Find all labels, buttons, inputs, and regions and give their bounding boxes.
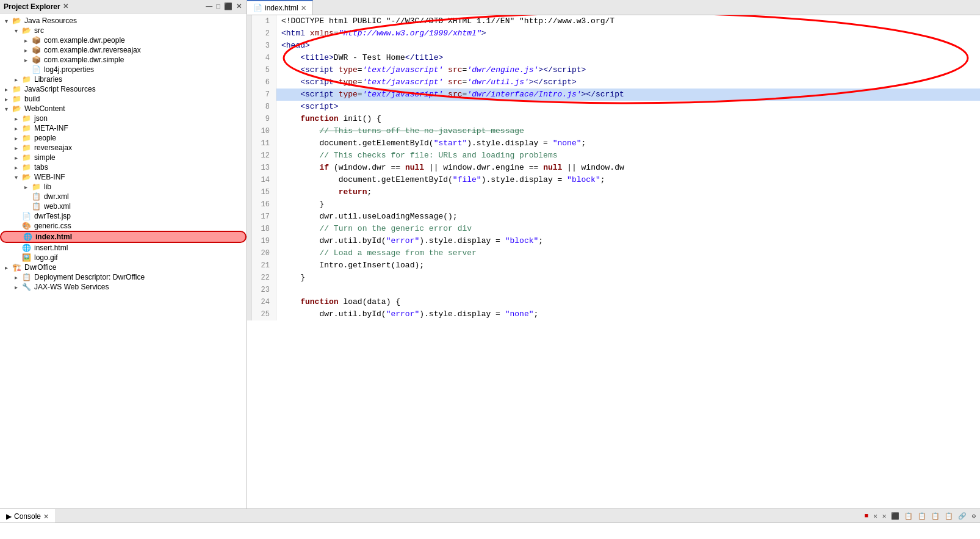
- console-clear-btn[interactable]: ✕: [871, 512, 879, 521]
- tree-file-icon-people: 📁: [22, 134, 33, 142]
- tree-arrow-tabs: ▸: [15, 164, 22, 171]
- tree-item-com-example-dwr-reverseajax[interactable]: ▸📦com.example.dwr.reverseajax: [0, 45, 247, 55]
- tree-item-simple[interactable]: ▸📁simple: [0, 153, 247, 162]
- line-content-3: <head>: [276, 40, 310, 52]
- line-number-12: 12: [252, 150, 276, 162]
- tree-file-icon-jax-ws: 🔧: [22, 283, 33, 291]
- tree-item-web-inf[interactable]: ▾📂WEB-INF: [0, 172, 247, 182]
- tree-item-tabs[interactable]: ▸📁tabs: [0, 162, 247, 172]
- tree-item-meta-inf[interactable]: ▸📁META-INF: [0, 123, 247, 133]
- tree-item-reverseajax[interactable]: ▸📁reverseajax: [0, 143, 247, 153]
- console-tab-marker: ✕: [43, 513, 49, 521]
- code-line-22: 22 }: [247, 272, 980, 284]
- tree-arrow-src: ▾: [15, 27, 22, 34]
- tree-label-lib: lib: [44, 183, 51, 191]
- line-content-19: dwr.util.byId("error").style.display = "…: [276, 235, 543, 247]
- tree-item-insert-html[interactable]: 🌐insert.html: [0, 243, 247, 253]
- restore-icon[interactable]: ⬛: [223, 2, 234, 11]
- tree-item-dwroffice[interactable]: ▸🏗️DwrOffice: [0, 262, 247, 272]
- line-number-16: 16: [252, 198, 276, 211]
- tree-arrow-dwroffice: ▸: [5, 264, 12, 271]
- console-stop-btn[interactable]: ■: [863, 512, 871, 520]
- console-btn4[interactable]: ⬛: [889, 512, 901, 521]
- tab-close-icon[interactable]: ✕: [301, 4, 306, 12]
- tree-item-com-example-dwr-people[interactable]: ▸📦com.example.dwr.people: [0, 35, 247, 45]
- line-number-10: 10: [252, 125, 276, 137]
- close-icon[interactable]: ✕: [235, 2, 243, 11]
- line-number-3: 3: [252, 40, 276, 52]
- line-content-5: <script type='text/javascript' src='dwr/…: [276, 64, 586, 76]
- line-left-margin: [247, 40, 252, 52]
- tree-item-jax-ws[interactable]: ▸🔧JAX-WS Web Services: [0, 282, 247, 292]
- tree-item-com-example-dwr-simple[interactable]: ▸📦com.example.dwr.simple: [0, 55, 247, 65]
- tree-item-dwr-xml[interactable]: 📋dwr.xml: [0, 192, 247, 201]
- console-btn5[interactable]: 📋: [903, 512, 915, 521]
- line-content-25: dwr.util.byId("error").style.display = "…: [276, 308, 538, 320]
- minimize-icon[interactable]: —: [204, 2, 214, 11]
- tree-item-javascript-resources[interactable]: ▸📁JavaScript Resources: [0, 84, 247, 94]
- line-content-16: }: [276, 198, 324, 211]
- tree-label-libraries: Libraries: [34, 75, 62, 84]
- console-content: [0, 523, 980, 539]
- tree-item-deployment-descriptor[interactable]: ▸📋Deployment Descriptor: DwrOffice: [0, 272, 247, 282]
- line-left-margin: [247, 162, 252, 174]
- line-left-margin: [247, 284, 252, 296]
- line-number-19: 19: [252, 235, 276, 247]
- code-line-8: 8 <script>: [247, 101, 980, 113]
- tree-label-javascript-resources: JavaScript Resources: [24, 85, 96, 93]
- console-btn8[interactable]: 📋: [943, 512, 955, 521]
- tree-file-icon-web-inf: 📂: [22, 173, 33, 181]
- console-btn6[interactable]: 📋: [916, 512, 928, 521]
- tree-arrow-lib: ▸: [24, 184, 32, 190]
- line-content-18: // Turn on the generic error div: [276, 223, 472, 235]
- tree-item-webcontent[interactable]: ▾📂WebContent: [0, 104, 247, 114]
- tree-file-icon-webcontent: 📂: [12, 104, 23, 113]
- tree-label-com-example-dwr-simple: com.example.dwr.simple: [44, 56, 124, 64]
- tree-label-dwr-xml: dwr.xml: [44, 192, 69, 201]
- line-number-6: 6: [252, 76, 276, 89]
- tree-item-log4j-properties[interactable]: 📄log4j.properties: [0, 65, 247, 74]
- tree-label-webcontent: WebContent: [24, 104, 65, 113]
- tree-item-generic-css[interactable]: 🎨generic.css: [0, 221, 247, 231]
- tree-item-web-xml[interactable]: 📋web.xml: [0, 201, 247, 211]
- tree-item-dwrtest-jsp[interactable]: 📄dwrTest.jsp: [0, 211, 247, 221]
- tree-item-lib[interactable]: ▸📁lib: [0, 182, 247, 192]
- console-tab[interactable]: ▶ Console ✕: [0, 509, 55, 523]
- console-settings-btn[interactable]: ⚙: [970, 512, 978, 521]
- tree-item-build[interactable]: ▸📁build: [0, 94, 247, 104]
- console-btn7[interactable]: 📋: [929, 512, 942, 521]
- tree-arrow-deployment-descriptor: ▸: [15, 274, 22, 281]
- tree-item-java-resources[interactable]: ▾📂Java Resources: [0, 16, 247, 26]
- code-line-4: 4 <title>DWR - Test Home</title>: [247, 52, 980, 64]
- console-close-btn[interactable]: ✕: [881, 512, 888, 521]
- tree-label-meta-inf: META-INF: [34, 124, 68, 132]
- tree-item-people[interactable]: ▸📁people: [0, 133, 247, 143]
- code-line-25: 25 dwr.util.byId("error").style.display …: [247, 308, 980, 320]
- project-explorer-panel: Project Explorer ✕ — □ ⬛ ✕ ▾📂Java Resour…: [0, 0, 247, 508]
- tree-file-icon-generic-css: 🎨: [22, 222, 33, 230]
- line-left-margin: [247, 259, 252, 272]
- tree-label-com-example-dwr-reverseajax: com.example.dwr.reverseajax: [44, 46, 141, 54]
- project-tree[interactable]: ▾📂Java Resources▾📂src▸📦com.example.dwr.p…: [0, 13, 247, 508]
- tab-file-icon: 📄: [253, 4, 262, 12]
- line-content-13: if (window.dwr == null || window.dwr.eng…: [276, 162, 624, 174]
- tree-file-icon-meta-inf: 📁: [22, 124, 33, 132]
- tree-arrow-web-inf: ▾: [15, 174, 22, 181]
- tree-item-json[interactable]: ▸📁json: [0, 114, 247, 123]
- tree-item-index-html[interactable]: 🌐index.html: [0, 231, 247, 243]
- code-editor-content[interactable]: 1<!DOCTYPE html PUBLIC "-//W3C//DTD XHTM…: [247, 15, 980, 508]
- line-number-9: 9: [252, 113, 276, 125]
- console-btn9[interactable]: 🔗: [956, 512, 968, 521]
- console-icon: ▶: [6, 512, 12, 521]
- tree-label-dwrtest-jsp: dwrTest.jsp: [34, 212, 71, 220]
- editor-tab-index-html[interactable]: 📄 index.html ✕: [247, 0, 313, 15]
- tree-item-src[interactable]: ▾📂src: [0, 26, 247, 35]
- code-line-13: 13 if (window.dwr == null || window.dwr.…: [247, 162, 980, 174]
- maximize-icon[interactable]: □: [215, 2, 222, 11]
- tree-item-libraries[interactable]: ▸📁Libraries: [0, 74, 247, 84]
- tree-arrow-com-example-dwr-simple: ▸: [24, 57, 32, 63]
- tree-file-icon-lib: 📁: [32, 183, 43, 191]
- tree-file-icon-json: 📁: [22, 114, 33, 123]
- line-left-margin: [247, 137, 252, 150]
- tree-item-logo-gif[interactable]: 🖼️logo.gif: [0, 253, 247, 262]
